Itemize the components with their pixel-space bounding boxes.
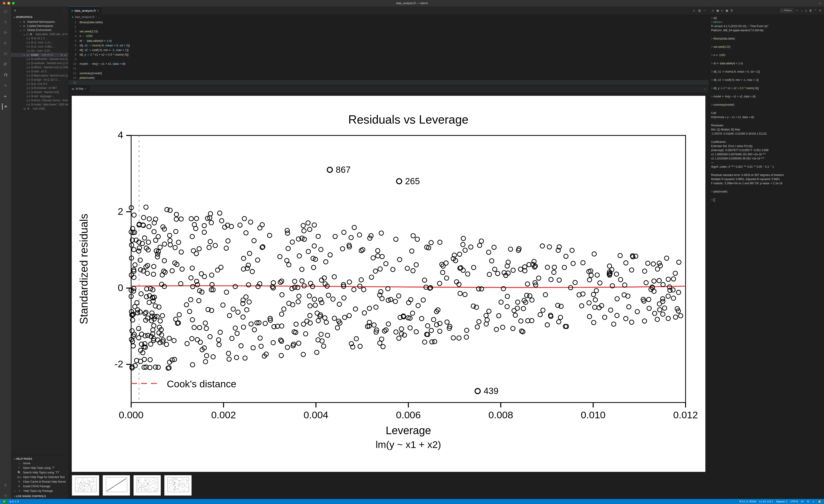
help-item[interactable]: 🔍Search Help Topics using `??` — [11, 470, 68, 475]
svg-point-1140 — [173, 479, 173, 479]
variable-field[interactable]: {∘}$ coefficients : Named num [1:3]... — [11, 57, 68, 61]
variable-field[interactable]: {∘}$ residuals : Named num [1:1000... — [11, 61, 68, 65]
sidebar-more-icon[interactable]: ⋯ — [63, 9, 65, 12]
breadcrumb[interactable]: ● data_analysis.R › ... — [69, 14, 709, 19]
variable-field[interactable]: {∘}$ call : language ... — [11, 94, 68, 98]
svg-point-1216 — [173, 482, 173, 483]
minimize-window-button[interactable] — [7, 2, 10, 5]
close-tab-icon[interactable]: × — [97, 9, 99, 12]
remote-icon[interactable] — [2, 50, 9, 57]
terminal-body[interactable]: > q()• rdemo rR version 4.1.3 (2022-03-1… — [709, 14, 824, 499]
split-terminal-icon[interactable]: ▯ — [805, 9, 807, 12]
variable-n[interactable]: ◎n num 1000 — [11, 107, 68, 111]
svg-point-453 — [202, 230, 206, 234]
run-debug-icon[interactable] — [2, 40, 9, 46]
help-item[interactable]: ⬇Install CRAN Package — [11, 484, 68, 489]
plot-thumbnail[interactable] — [103, 475, 130, 496]
variable-field[interactable]: {∘}$ fitted.values: Named num [1:10... — [11, 74, 68, 78]
help-item[interactable]: abcOpen Help Page for Selected Text — [11, 475, 68, 479]
maximize-panel-icon[interactable]: ⌃ — [814, 9, 817, 12]
tab-r-plot[interactable]: ⫾⫾ R Plot × — [69, 86, 90, 93]
run-icon[interactable]: ▷ — [694, 9, 696, 12]
svg-point-252 — [292, 279, 297, 283]
status-encoding[interactable]: UTF-8 — [791, 500, 798, 503]
status-errors[interactable]: ⊘ 0 ⚠ 0 — [9, 500, 19, 503]
plot-canvas[interactable]: Residuals vs LeverageStandardized residu… — [72, 96, 705, 472]
settings-gear-icon[interactable] — [2, 493, 9, 499]
svg-point-1130 — [174, 490, 175, 490]
warning-icon[interactable]: ⚠ — [712, 9, 714, 12]
variable-field[interactable]: {∘}$ df.residual : int 997 — [11, 86, 68, 90]
terminal-square-icon[interactable]: ▣ — [716, 9, 719, 12]
trash-icon[interactable]: 🗑 — [809, 9, 812, 12]
workspace-section-header[interactable]: ⌄WORKSPACE — [11, 14, 68, 19]
kernel-chip[interactable]: ▷ Python — [780, 8, 794, 12]
variable-field[interactable]: {∘}$ qr :List of 5 — [11, 82, 68, 86]
variable-field[interactable]: {∘}$ x2: num -0.681 ... — [11, 44, 68, 49]
svg-point-765 — [89, 482, 90, 483]
loaded-namespaces[interactable]: ›⧉Loaded Namespaces — [11, 24, 68, 28]
status-cursor[interactable]: Ln 14, Col 1 — [759, 500, 773, 503]
plot-more-icon[interactable]: ⋯ — [704, 86, 709, 93]
status-feedback-icon[interactable]: ☺ — [812, 500, 815, 503]
live-share-icon[interactable] — [2, 82, 9, 89]
svg-point-656 — [203, 321, 208, 325]
close-window-button[interactable] — [3, 2, 5, 5]
extensions-icon[interactable] — [2, 61, 9, 68]
view-icon[interactable]: ▭ — [64, 53, 67, 56]
status-eol[interactable]: LF — [801, 500, 804, 503]
github-icon[interactable] — [2, 72, 9, 78]
live-share-header[interactable]: › LIVE SHARE CONTROLS — [11, 493, 68, 499]
variable-field[interactable]: {∘}$ id: int 1 2 ... — [11, 36, 68, 40]
variable-field[interactable]: {∘}$ xlevels : Named list() — [11, 90, 68, 94]
svg-point-494 — [279, 353, 284, 358]
close-panel-icon[interactable]: ✕ — [819, 9, 821, 12]
help-item[interactable]: ⟳Clear Cache & Restart Help Server — [11, 479, 68, 484]
status-bell-icon[interactable]: 🔔 — [818, 500, 821, 503]
remote-indicator[interactable]: ⇄ — [1, 499, 7, 504]
help-item[interactable]: ›≡Help Topics by Package — [11, 489, 68, 493]
variable-model[interactable]: ⌄◎model List of 12✕▭ — [11, 53, 68, 57]
svg-point-949 — [141, 487, 141, 488]
variable-field[interactable]: {∘}$ y : num -3.33 ... — [11, 49, 68, 53]
status-language[interactable]: R — [807, 500, 809, 503]
explorer-icon[interactable] — [2, 8, 9, 15]
layout-icon[interactable]: ▭ — [819, 2, 821, 5]
tab-data-analysis[interactable]: ● data_analysis.R × — [69, 6, 102, 14]
help-item[interactable]: ⌂Home — [11, 461, 68, 466]
svg-point-972 — [139, 482, 139, 483]
variable-field[interactable]: {∘}$ rank : int 3 — [11, 70, 68, 74]
docker-icon[interactable] — [2, 93, 9, 99]
variable-field[interactable]: {∘}$ model :'data.frame': 1000 obs. ... — [11, 103, 68, 107]
status-r-version[interactable]: R 4.1.3: 25159 — [739, 500, 756, 503]
r-extension-icon[interactable] — [2, 103, 8, 110]
search-icon[interactable] — [2, 19, 9, 25]
variable-field[interactable]: {∘}$ effects : Named num [1:1000] -... — [11, 65, 68, 70]
status-spaces[interactable]: Spaces: 2 — [776, 500, 788, 503]
maximize-window-button[interactable] — [12, 2, 15, 5]
plot-thumbnail[interactable] — [72, 475, 99, 496]
help-pages-header[interactable]: ⌄HELP PAGES — [11, 456, 68, 461]
code-editor[interactable]: 1library(data.table)23set.seed(123)4n ← … — [69, 19, 709, 85]
terminal-list-icon[interactable]: ☰ — [730, 9, 733, 12]
chevron-down-icon[interactable]: ⌄ — [801, 9, 803, 12]
attached-namespaces[interactable]: ›⧉Attached Namespaces — [11, 20, 68, 24]
account-icon[interactable] — [2, 482, 9, 488]
help-item[interactable]: ?Open Help Topic using `?` — [11, 466, 68, 470]
split-editor-icon[interactable]: ▥ — [698, 9, 701, 12]
close-icon[interactable]: ✕ — [61, 53, 63, 56]
new-terminal-icon[interactable]: ＋ — [796, 8, 799, 12]
svg-point-1156 — [178, 480, 178, 481]
variable-dt[interactable]: ⌄[ ]dt data.table: 1000 obs. of 4 varia.… — [11, 32, 68, 36]
source-control-icon[interactable] — [2, 29, 9, 36]
variable-field[interactable]: {∘}$ assign : int [1:3] 0 1 ... — [11, 78, 68, 82]
plot-thumbnail[interactable] — [133, 475, 161, 496]
plot-thumbnail[interactable] — [164, 475, 192, 496]
close-plot-tab-icon[interactable]: × — [85, 87, 86, 91]
variable-field[interactable]: {∘}$ terms :Classes 'terms', 'formul... — [11, 98, 68, 103]
more-actions-icon[interactable]: ⋯ — [704, 9, 706, 12]
terminal-step-icon[interactable]: ▣ — [726, 9, 728, 12]
variable-field[interactable]: {∘}$ x1: num -1.12 ... — [11, 40, 68, 44]
terminal-run-icon[interactable]: ▷ — [721, 9, 723, 12]
global-environment[interactable]: ⌄≡Global Environment — [11, 28, 68, 32]
